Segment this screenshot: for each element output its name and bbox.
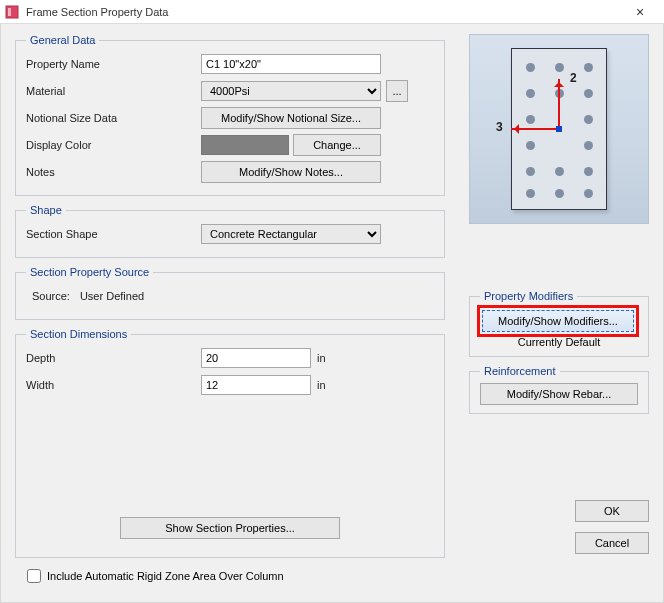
dialog-body: General Data Property Name Material 4000… [0,24,664,603]
rebar-dot [526,189,535,198]
axis-2-arrow [558,79,560,129]
source-value: User Defined [74,290,144,302]
property-name-input[interactable] [201,54,381,74]
property-name-label: Property Name [26,58,201,70]
general-legend: General Data [26,34,99,46]
close-icon[interactable]: × [620,4,660,20]
rebar-dot [584,141,593,150]
notional-size-label: Notional Size Data [26,112,201,124]
modify-show-rebar-button[interactable]: Modify/Show Rebar... [480,383,638,405]
include-rigid-zone-checkbox[interactable] [27,569,41,583]
origin-marker [556,126,562,132]
width-input[interactable] [201,375,311,395]
display-color-swatch[interactable] [201,135,289,155]
source-label: Source: [26,290,70,302]
rebar-dot [584,189,593,198]
display-color-label: Display Color [26,139,201,151]
change-color-button[interactable]: Change... [293,134,381,156]
rebar-dot [555,189,564,198]
rebar-dot [526,167,535,176]
axis-2-label: 2 [570,71,577,85]
material-more-button[interactable]: ... [386,80,408,102]
property-source-group: Section Property Source Source: User Def… [15,266,445,320]
rebar-dot [555,167,564,176]
property-modifiers-legend: Property Modifiers [480,290,577,302]
material-label: Material [26,85,201,97]
property-source-legend: Section Property Source [26,266,153,278]
notional-size-button[interactable]: Modify/Show Notional Size... [201,107,381,129]
window-title: Frame Section Property Data [26,6,620,18]
ok-button[interactable]: OK [575,500,649,522]
rebar-dot [526,141,535,150]
notes-button[interactable]: Modify/Show Notes... [201,161,381,183]
reinforcement-group: Reinforcement Modify/Show Rebar... [469,365,649,414]
material-select[interactable]: 4000Psi [201,81,381,101]
rebar-dot [584,63,593,72]
show-section-properties-button[interactable]: Show Section Properties... [120,517,340,539]
svg-rect-0 [6,6,18,18]
axis-3-label: 3 [496,120,503,134]
rebar-dot [584,167,593,176]
section-preview: 2 3 [469,34,649,224]
svg-rect-1 [8,8,11,16]
section-dimensions-legend: Section Dimensions [26,328,131,340]
depth-input[interactable] [201,348,311,368]
rebar-dot [584,89,593,98]
include-rigid-zone-container[interactable]: Include Automatic Rigid Zone Area Over C… [23,566,284,586]
section-shape-select[interactable]: Concrete Rectangular [201,224,381,244]
reinforcement-legend: Reinforcement [480,365,560,377]
rebar-dot [526,89,535,98]
depth-unit: in [317,352,326,364]
width-unit: in [317,379,326,391]
notes-label: Notes [26,166,201,178]
section-shape-label: Section Shape [26,228,201,240]
rebar-dot [526,63,535,72]
app-icon [4,4,20,20]
width-label: Width [26,379,201,391]
cancel-button[interactable]: Cancel [575,532,649,554]
rebar-dot [584,115,593,124]
highlight-marker: Modify/Show Modifiers... [480,308,636,334]
section-outline: 2 [511,48,607,210]
include-rigid-zone-label: Include Automatic Rigid Zone Area Over C… [47,570,284,582]
shape-group: Shape Section Shape Concrete Rectangular [15,204,445,258]
depth-label: Depth [26,352,201,364]
section-dimensions-group: Section Dimensions Depth in Width in Sho… [15,328,445,558]
modify-show-modifiers-button[interactable]: Modify/Show Modifiers... [482,310,634,332]
general-data-group: General Data Property Name Material 4000… [15,34,445,196]
rebar-dot [555,63,564,72]
shape-legend: Shape [26,204,66,216]
rebar-dot [526,115,535,124]
axis-3-arrow [511,128,559,130]
titlebar: Frame Section Property Data × [0,0,664,24]
property-modifiers-group: Property Modifiers Modify/Show Modifiers… [469,290,649,357]
modifiers-status: Currently Default [480,336,638,348]
